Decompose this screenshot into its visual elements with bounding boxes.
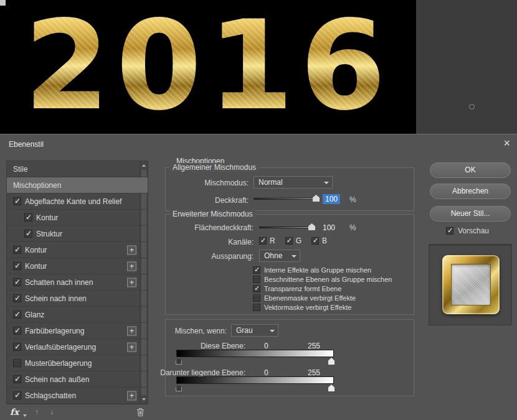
style-checkbox[interactable] bbox=[13, 294, 21, 302]
channel-toggle[interactable]: B bbox=[311, 236, 327, 245]
blend-option-row[interactable]: Beschnittene Ebenen als Gruppe mischen bbox=[253, 274, 411, 284]
opacity-slider[interactable] bbox=[254, 194, 320, 202]
ok-button[interactable]: OK bbox=[430, 162, 511, 178]
option-checkbox[interactable] bbox=[253, 266, 260, 274]
blend-option-row[interactable]: Ebenenmaske verbirgt Effekte bbox=[253, 293, 411, 302]
knockout-dropdown[interactable]: Ohne bbox=[259, 250, 300, 262]
styles-list-item[interactable]: Mischoptionen bbox=[7, 177, 148, 194]
fill-opacity-unit: % bbox=[349, 223, 356, 232]
style-checkbox[interactable] bbox=[13, 327, 21, 335]
option-checkbox[interactable] bbox=[253, 285, 260, 292]
styles-list-item[interactable]: Kontur+ bbox=[7, 258, 148, 274]
highlight-handle[interactable] bbox=[328, 385, 334, 391]
add-effect-button[interactable]: + bbox=[127, 326, 136, 335]
add-effect-button[interactable]: + bbox=[127, 261, 136, 271]
style-checkbox[interactable] bbox=[13, 262, 21, 270]
style-label: Kontur bbox=[25, 262, 47, 271]
channel-checkbox[interactable] bbox=[259, 237, 267, 245]
channel-checkbox[interactable] bbox=[285, 237, 293, 245]
blend-mode-dropdown[interactable]: Normal bbox=[254, 176, 333, 189]
underlying-gradient-bar[interactable] bbox=[176, 376, 334, 384]
styles-list-item[interactable]: Schein nach außen bbox=[7, 371, 148, 388]
style-checkbox[interactable] bbox=[13, 246, 21, 254]
document-canvas: 2016 bbox=[0, 0, 416, 134]
option-checkbox[interactable] bbox=[253, 304, 260, 311]
styles-list-item[interactable]: Struktur bbox=[7, 226, 148, 242]
fill-opacity-slider[interactable] bbox=[259, 222, 315, 231]
fill-opacity-value[interactable]: 100 bbox=[323, 223, 335, 232]
style-label: Farbüberlagerung bbox=[25, 327, 84, 335]
opacity-slider-thumb[interactable] bbox=[313, 195, 320, 202]
style-checkbox[interactable] bbox=[13, 359, 21, 367]
shadow-handle[interactable] bbox=[176, 358, 182, 365]
new-style-button[interactable]: Neuer Stil... bbox=[430, 206, 511, 222]
style-checkbox[interactable] bbox=[13, 391, 21, 399]
canvas-corner-marker bbox=[0, 0, 6, 6]
highlight-handle[interactable] bbox=[328, 358, 334, 365]
this-layer-min-value[interactable]: 0 bbox=[264, 342, 268, 350]
styles-list-item[interactable]: Schatten nach innen+ bbox=[7, 274, 148, 291]
channel-toggle[interactable]: G bbox=[285, 236, 301, 245]
shadow-handle[interactable] bbox=[176, 385, 182, 391]
blend-option-row[interactable]: Interne Effekte als Gruppe mischen bbox=[253, 265, 411, 274]
styles-list-item[interactable]: Glanz bbox=[7, 307, 148, 323]
style-checkbox[interactable] bbox=[13, 278, 21, 286]
styles-list-item[interactable]: Schlagschatten+ bbox=[7, 388, 148, 404]
cancel-button[interactable]: Abbrechen bbox=[430, 184, 511, 199]
channel-checkbox[interactable] bbox=[311, 237, 319, 245]
styles-list-item[interactable]: Kontur bbox=[7, 210, 148, 226]
underlying-max-value[interactable]: 255 bbox=[308, 368, 320, 377]
close-icon[interactable]: × bbox=[503, 137, 510, 149]
fx-icon[interactable]: fx bbox=[10, 407, 19, 417]
styles-list-item[interactable]: Musterüberlagerung bbox=[7, 355, 148, 371]
opacity-label: Deckkraft: bbox=[215, 196, 249, 205]
style-checkbox[interactable] bbox=[24, 213, 32, 222]
option-label: Ebenenmaske verbirgt Effekte bbox=[264, 294, 356, 302]
advanced-blending-group: Erweiterter Mischmodus Flächendeckkraft:… bbox=[165, 214, 414, 315]
style-checkbox[interactable] bbox=[24, 230, 32, 238]
style-label: Schlagschatten bbox=[25, 391, 76, 400]
preview-toggle[interactable]: Vorschau bbox=[446, 226, 489, 235]
blend-if-label: Mischen, wenn: bbox=[175, 327, 227, 335]
styles-list-item[interactable]: Farbüberlagerung+ bbox=[7, 323, 148, 339]
general-blending-group: Allgemeiner Mischmodus Mischmodus: Norma… bbox=[165, 167, 414, 211]
style-checkbox[interactable] bbox=[13, 375, 21, 383]
opacity-value[interactable]: 100 bbox=[323, 194, 340, 204]
channel-label: R bbox=[270, 236, 275, 245]
option-checkbox[interactable] bbox=[253, 276, 260, 283]
blend-option-row[interactable]: Vektormaske verbirgt Effekte bbox=[253, 302, 411, 312]
channel-toggle[interactable]: R bbox=[259, 236, 275, 245]
styles-list-item[interactable]: Kontur+ bbox=[7, 242, 148, 258]
this-layer-max-value[interactable]: 255 bbox=[308, 342, 320, 350]
layer-style-dialog: Ebenenstil × StileMischoptionenAbgeflach… bbox=[0, 134, 517, 420]
styles-list-item[interactable]: Verlaufsüberlagerung+ bbox=[7, 339, 148, 355]
styles-list-item[interactable]: Schein nach innen bbox=[7, 291, 148, 307]
styles-list-item[interactable]: Stile bbox=[7, 161, 148, 177]
style-checkbox[interactable] bbox=[13, 310, 21, 319]
this-layer-gradient-bar[interactable] bbox=[176, 350, 334, 357]
knockout-label: Aussparung: bbox=[212, 252, 254, 261]
styles-list-item[interactable]: Abgeflachte Kante und Relief bbox=[7, 194, 148, 210]
add-effect-button[interactable]: + bbox=[127, 342, 136, 352]
style-checkbox[interactable] bbox=[13, 197, 21, 205]
move-up-icon[interactable]: ↑ bbox=[35, 408, 39, 416]
dialog-title: Ebenenstil bbox=[9, 140, 44, 149]
underlying-min-value[interactable]: 0 bbox=[264, 368, 268, 377]
style-label: Verlaufsüberlagerung bbox=[25, 343, 96, 352]
style-checkbox[interactable] bbox=[13, 343, 21, 351]
style-preview-swatch bbox=[442, 255, 500, 314]
blend-option-row[interactable]: Transparenz formt Ebene bbox=[253, 284, 411, 293]
blend-if-dropdown[interactable]: Grau bbox=[231, 324, 278, 337]
preview-checkbox[interactable] bbox=[446, 227, 453, 235]
trash-icon[interactable] bbox=[136, 408, 145, 419]
move-down-icon[interactable]: ↓ bbox=[50, 408, 54, 416]
add-effect-button[interactable]: + bbox=[127, 278, 136, 287]
styles-footer: fx ↑ ↓ bbox=[6, 406, 148, 420]
add-effect-button[interactable]: + bbox=[127, 245, 136, 254]
chevron-down-icon bbox=[292, 255, 296, 258]
photoshop-screen: 2016 Ebenenstil × StileMischoptionenAbge… bbox=[0, 0, 517, 420]
add-effect-button[interactable]: + bbox=[127, 391, 136, 400]
option-checkbox[interactable] bbox=[253, 294, 260, 302]
opacity-unit: % bbox=[349, 195, 356, 204]
fill-slider-thumb[interactable] bbox=[308, 223, 315, 230]
